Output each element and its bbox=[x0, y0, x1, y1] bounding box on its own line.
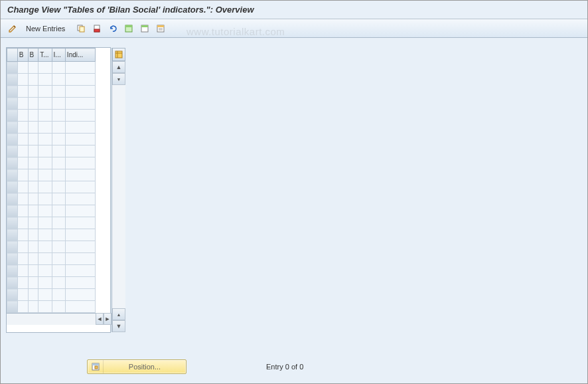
grid-cell[interactable] bbox=[17, 110, 28, 122]
grid-cell[interactable] bbox=[52, 277, 65, 289]
position-button[interactable]: Position... bbox=[87, 359, 186, 374]
grid-cell[interactable] bbox=[52, 229, 65, 241]
table-row[interactable] bbox=[7, 253, 96, 265]
hscroll-track[interactable] bbox=[7, 314, 96, 325]
grid-cell[interactable] bbox=[38, 229, 52, 241]
table-row[interactable] bbox=[7, 122, 96, 134]
grid-cell[interactable] bbox=[17, 181, 28, 193]
vscroll-track[interactable] bbox=[112, 85, 125, 308]
grid-cell[interactable] bbox=[28, 134, 38, 145]
table-row[interactable] bbox=[7, 277, 96, 289]
grid-cell[interactable] bbox=[28, 217, 38, 229]
grid-cell[interactable] bbox=[52, 265, 65, 277]
grid-cell[interactable] bbox=[17, 157, 28, 169]
grid-cell[interactable] bbox=[65, 122, 95, 134]
grid-cell[interactable] bbox=[17, 241, 28, 253]
row-selector[interactable] bbox=[7, 301, 18, 313]
grid-header-t[interactable]: T... bbox=[38, 48, 52, 62]
table-row[interactable] bbox=[7, 205, 96, 217]
edit-icon[interactable] bbox=[6, 22, 19, 35]
row-selector[interactable] bbox=[7, 74, 18, 86]
print-icon[interactable] bbox=[154, 22, 167, 35]
row-selector[interactable] bbox=[7, 277, 18, 289]
delete-icon[interactable] bbox=[90, 22, 104, 35]
grid-cell[interactable] bbox=[38, 145, 52, 157]
table-row[interactable] bbox=[7, 98, 96, 110]
grid-cell[interactable] bbox=[52, 205, 65, 217]
grid-cell[interactable] bbox=[28, 265, 38, 277]
grid-cell[interactable] bbox=[28, 169, 38, 181]
grid-cell[interactable] bbox=[38, 169, 52, 181]
grid-cell[interactable] bbox=[28, 301, 38, 313]
grid-cell[interactable] bbox=[38, 157, 52, 169]
row-selector[interactable] bbox=[7, 122, 18, 134]
grid-cell[interactable] bbox=[28, 74, 38, 86]
grid-cell[interactable] bbox=[17, 301, 28, 313]
grid-cell[interactable] bbox=[17, 229, 28, 241]
row-selector[interactable] bbox=[7, 110, 18, 122]
grid-cell[interactable] bbox=[38, 62, 52, 74]
grid-cell[interactable] bbox=[28, 229, 38, 241]
table-row[interactable] bbox=[7, 301, 96, 313]
row-selector[interactable] bbox=[7, 134, 18, 145]
grid-cell[interactable] bbox=[17, 289, 28, 301]
grid-cell[interactable] bbox=[52, 301, 65, 313]
row-selector[interactable] bbox=[7, 265, 18, 277]
grid-cell[interactable] bbox=[28, 289, 38, 301]
grid-cell[interactable] bbox=[28, 86, 38, 98]
grid-cell[interactable] bbox=[65, 205, 95, 217]
grid-cell[interactable] bbox=[52, 134, 65, 145]
grid-cell[interactable] bbox=[38, 86, 52, 98]
row-selector[interactable] bbox=[7, 193, 18, 205]
grid-cell[interactable] bbox=[28, 193, 38, 205]
grid-cell[interactable] bbox=[65, 253, 95, 265]
table-row[interactable] bbox=[7, 229, 96, 241]
copy-icon[interactable] bbox=[74, 22, 88, 35]
grid-cell[interactable] bbox=[38, 74, 52, 86]
grid-cell[interactable] bbox=[52, 157, 65, 169]
deselect-all-icon[interactable] bbox=[138, 22, 151, 35]
new-entries-button[interactable]: New Entries bbox=[22, 23, 69, 34]
row-selector[interactable] bbox=[7, 241, 18, 253]
table-row[interactable] bbox=[7, 169, 96, 181]
scroll-right-button[interactable]: ► bbox=[104, 313, 111, 325]
grid-cell[interactable] bbox=[28, 122, 38, 134]
grid-cell[interactable] bbox=[38, 301, 52, 313]
grid-cell[interactable] bbox=[52, 193, 65, 205]
row-selector[interactable] bbox=[7, 169, 18, 181]
row-selector[interactable] bbox=[7, 145, 18, 157]
grid-cell[interactable] bbox=[65, 62, 95, 74]
table-settings-icon[interactable] bbox=[112, 48, 125, 61]
table-row[interactable] bbox=[7, 86, 96, 98]
grid-cell[interactable] bbox=[17, 98, 28, 110]
grid-cell[interactable] bbox=[52, 253, 65, 265]
grid-header-sel[interactable] bbox=[7, 48, 18, 62]
grid-cell[interactable] bbox=[52, 98, 65, 110]
grid-cell[interactable] bbox=[65, 98, 95, 110]
row-selector[interactable] bbox=[7, 86, 18, 98]
grid-header-ind[interactable]: Indi... bbox=[65, 48, 95, 62]
grid-cell[interactable] bbox=[65, 217, 95, 229]
table-row[interactable] bbox=[7, 62, 96, 74]
row-selector[interactable] bbox=[7, 289, 18, 301]
grid-cell[interactable] bbox=[28, 181, 38, 193]
undo-icon[interactable] bbox=[106, 22, 119, 35]
grid-cell[interactable] bbox=[65, 74, 95, 86]
table-row[interactable] bbox=[7, 134, 96, 145]
select-all-icon[interactable] bbox=[122, 22, 135, 35]
grid-cell[interactable] bbox=[52, 217, 65, 229]
table-row[interactable] bbox=[7, 74, 96, 86]
grid-cell[interactable] bbox=[65, 277, 95, 289]
grid-cell[interactable] bbox=[38, 241, 52, 253]
grid-cell[interactable] bbox=[28, 205, 38, 217]
row-selector[interactable] bbox=[7, 181, 18, 193]
grid-cell[interactable] bbox=[17, 145, 28, 157]
row-selector[interactable] bbox=[7, 157, 18, 169]
grid-cell[interactable] bbox=[52, 241, 65, 253]
grid-cell[interactable] bbox=[65, 169, 95, 181]
grid-cell[interactable] bbox=[38, 277, 52, 289]
grid-cell[interactable] bbox=[38, 289, 52, 301]
grid-header-b1[interactable]: B bbox=[17, 48, 28, 62]
grid-cell[interactable] bbox=[38, 134, 52, 145]
grid-cell[interactable] bbox=[28, 62, 38, 74]
